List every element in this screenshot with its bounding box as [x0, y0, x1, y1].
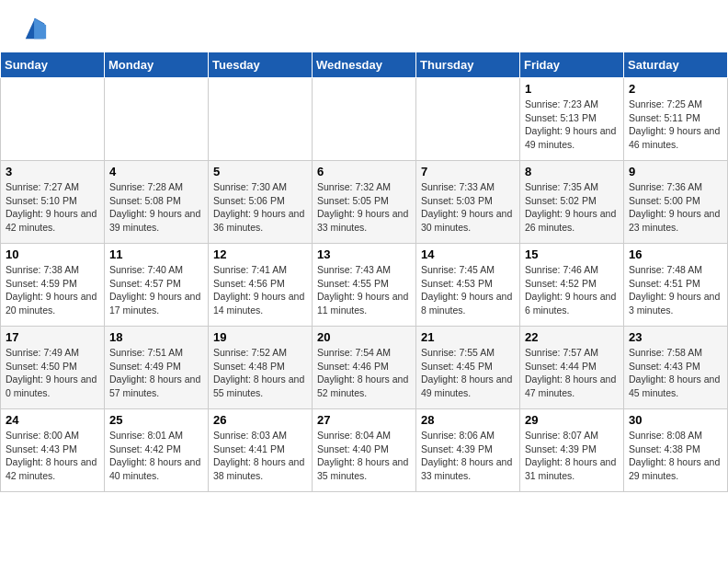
calendar-cell: 12Sunrise: 7:41 AM Sunset: 4:56 PM Dayli…: [209, 244, 313, 327]
calendar-cell: 19Sunrise: 7:52 AM Sunset: 4:48 PM Dayli…: [209, 327, 313, 409]
calendar-cell: 28Sunrise: 8:06 AM Sunset: 4:39 PM Dayli…: [416, 409, 520, 492]
day-info: Sunrise: 8:00 AM Sunset: 4:43 PM Dayligh…: [6, 430, 97, 481]
calendar-cell: [416, 78, 520, 161]
day-number: 20: [317, 330, 411, 344]
day-header-tuesday: Tuesday: [209, 52, 313, 78]
calendar-cell: 20Sunrise: 7:54 AM Sunset: 4:46 PM Dayli…: [313, 327, 416, 409]
day-number: 6: [317, 165, 411, 178]
day-info: Sunrise: 7:23 AM Sunset: 5:13 PM Dayligh…: [525, 98, 616, 150]
day-header-friday: Friday: [520, 52, 624, 78]
logo: [18, 17, 48, 42]
calendar-cell: 6Sunrise: 7:32 AM Sunset: 5:05 PM Daylig…: [313, 161, 416, 244]
calendar-cell: 16Sunrise: 7:48 AM Sunset: 4:51 PM Dayli…: [624, 244, 728, 327]
day-number: 30: [629, 413, 722, 427]
calendar-cell: 9Sunrise: 7:36 AM Sunset: 5:00 PM Daylig…: [624, 161, 728, 244]
day-info: Sunrise: 8:04 AM Sunset: 4:40 PM Dayligh…: [317, 430, 408, 481]
day-number: 15: [525, 247, 619, 261]
calendar-cell: [1, 78, 105, 161]
day-info: Sunrise: 7:54 AM Sunset: 4:46 PM Dayligh…: [317, 347, 408, 398]
day-info: Sunrise: 7:41 AM Sunset: 4:56 PM Dayligh…: [213, 264, 304, 316]
calendar-cell: [209, 78, 313, 161]
week-row-5: 24Sunrise: 8:00 AM Sunset: 4:43 PM Dayli…: [1, 409, 728, 492]
day-number: 21: [421, 330, 515, 344]
day-number: 12: [213, 247, 307, 261]
calendar-cell: 17Sunrise: 7:49 AM Sunset: 4:50 PM Dayli…: [1, 327, 105, 409]
day-info: Sunrise: 8:01 AM Sunset: 4:42 PM Dayligh…: [109, 430, 200, 481]
day-number: 22: [525, 330, 619, 344]
day-info: Sunrise: 7:30 AM Sunset: 5:06 PM Dayligh…: [213, 181, 304, 233]
day-number: 13: [317, 247, 411, 261]
day-number: 17: [6, 330, 99, 344]
calendar-cell: 3Sunrise: 7:27 AM Sunset: 5:10 PM Daylig…: [1, 161, 105, 244]
day-number: 24: [6, 413, 99, 427]
day-number: 7: [421, 165, 515, 178]
day-info: Sunrise: 8:06 AM Sunset: 4:39 PM Dayligh…: [421, 430, 512, 481]
day-number: 5: [213, 165, 307, 178]
header: [0, 0, 728, 52]
calendar-cell: 23Sunrise: 7:58 AM Sunset: 4:43 PM Dayli…: [624, 327, 728, 409]
day-header-saturday: Saturday: [624, 52, 728, 78]
day-info: Sunrise: 7:57 AM Sunset: 4:44 PM Dayligh…: [525, 347, 616, 398]
calendar-cell: 10Sunrise: 7:38 AM Sunset: 4:59 PM Dayli…: [1, 244, 105, 327]
day-number: 26: [213, 413, 307, 427]
week-row-1: 1Sunrise: 7:23 AM Sunset: 5:13 PM Daylig…: [1, 78, 728, 161]
day-header-wednesday: Wednesday: [313, 52, 416, 78]
calendar: SundayMondayTuesdayWednesdayThursdayFrid…: [0, 52, 728, 492]
calendar-cell: 11Sunrise: 7:40 AM Sunset: 4:57 PM Dayli…: [105, 244, 209, 327]
day-number: 19: [213, 330, 307, 344]
day-info: Sunrise: 7:27 AM Sunset: 5:10 PM Dayligh…: [6, 181, 97, 233]
day-info: Sunrise: 7:28 AM Sunset: 5:08 PM Dayligh…: [109, 181, 200, 233]
day-info: Sunrise: 7:40 AM Sunset: 4:57 PM Dayligh…: [109, 264, 200, 316]
day-info: Sunrise: 7:55 AM Sunset: 4:45 PM Dayligh…: [421, 347, 512, 398]
day-number: 11: [109, 247, 203, 261]
calendar-body: 1Sunrise: 7:23 AM Sunset: 5:13 PM Daylig…: [1, 78, 728, 492]
day-number: 29: [525, 413, 619, 427]
day-info: Sunrise: 7:33 AM Sunset: 5:03 PM Dayligh…: [421, 181, 512, 233]
calendar-cell: 18Sunrise: 7:51 AM Sunset: 4:49 PM Dayli…: [105, 327, 209, 409]
day-info: Sunrise: 7:52 AM Sunset: 4:48 PM Dayligh…: [213, 347, 304, 398]
day-number: 10: [6, 247, 99, 261]
day-info: Sunrise: 7:48 AM Sunset: 4:51 PM Dayligh…: [629, 264, 720, 316]
day-number: 2: [629, 82, 722, 96]
day-number: 25: [109, 413, 203, 427]
calendar-cell: 8Sunrise: 7:35 AM Sunset: 5:02 PM Daylig…: [520, 161, 624, 244]
calendar-cell: 25Sunrise: 8:01 AM Sunset: 4:42 PM Dayli…: [105, 409, 209, 492]
day-info: Sunrise: 7:46 AM Sunset: 4:52 PM Dayligh…: [525, 264, 616, 316]
day-info: Sunrise: 7:43 AM Sunset: 4:55 PM Dayligh…: [317, 264, 408, 316]
day-info: Sunrise: 8:07 AM Sunset: 4:39 PM Dayligh…: [525, 430, 616, 481]
day-info: Sunrise: 7:32 AM Sunset: 5:05 PM Dayligh…: [317, 181, 408, 233]
day-number: 23: [629, 330, 722, 344]
day-number: 8: [525, 165, 619, 178]
calendar-cell: 7Sunrise: 7:33 AM Sunset: 5:03 PM Daylig…: [416, 161, 520, 244]
calendar-cell: 14Sunrise: 7:45 AM Sunset: 4:53 PM Dayli…: [416, 244, 520, 327]
calendar-cell: 24Sunrise: 8:00 AM Sunset: 4:43 PM Dayli…: [1, 409, 105, 492]
calendar-cell: 29Sunrise: 8:07 AM Sunset: 4:39 PM Dayli…: [520, 409, 624, 492]
day-info: Sunrise: 7:38 AM Sunset: 4:59 PM Dayligh…: [6, 264, 97, 316]
week-row-4: 17Sunrise: 7:49 AM Sunset: 4:50 PM Dayli…: [1, 327, 728, 409]
day-header-monday: Monday: [105, 52, 209, 78]
day-info: Sunrise: 7:49 AM Sunset: 4:50 PM Dayligh…: [6, 347, 97, 398]
day-number: 9: [629, 165, 722, 178]
calendar-cell: 27Sunrise: 8:04 AM Sunset: 4:40 PM Dayli…: [313, 409, 416, 492]
calendar-cell: 22Sunrise: 7:57 AM Sunset: 4:44 PM Dayli…: [520, 327, 624, 409]
calendar-cell: 26Sunrise: 8:03 AM Sunset: 4:41 PM Dayli…: [209, 409, 313, 492]
day-header-thursday: Thursday: [416, 52, 520, 78]
day-number: 28: [421, 413, 515, 427]
day-info: Sunrise: 7:58 AM Sunset: 4:43 PM Dayligh…: [629, 347, 720, 398]
calendar-cell: 15Sunrise: 7:46 AM Sunset: 4:52 PM Dayli…: [520, 244, 624, 327]
calendar-cell: 30Sunrise: 8:08 AM Sunset: 4:38 PM Dayli…: [624, 409, 728, 492]
calendar-cell: 2Sunrise: 7:25 AM Sunset: 5:11 PM Daylig…: [624, 78, 728, 161]
day-info: Sunrise: 8:03 AM Sunset: 4:41 PM Dayligh…: [213, 430, 304, 481]
calendar-header: SundayMondayTuesdayWednesdayThursdayFrid…: [1, 52, 728, 78]
calendar-cell: 13Sunrise: 7:43 AM Sunset: 4:55 PM Dayli…: [313, 244, 416, 327]
day-number: 16: [629, 247, 722, 261]
day-number: 14: [421, 247, 515, 261]
week-row-3: 10Sunrise: 7:38 AM Sunset: 4:59 PM Dayli…: [1, 244, 728, 327]
day-info: Sunrise: 7:25 AM Sunset: 5:11 PM Dayligh…: [629, 98, 720, 150]
day-info: Sunrise: 7:35 AM Sunset: 5:02 PM Dayligh…: [525, 181, 616, 233]
calendar-cell: 21Sunrise: 7:55 AM Sunset: 4:45 PM Dayli…: [416, 327, 520, 409]
day-number: 18: [109, 330, 203, 344]
calendar-cell: [105, 78, 209, 161]
calendar-cell: 5Sunrise: 7:30 AM Sunset: 5:06 PM Daylig…: [209, 161, 313, 244]
calendar-cell: 1Sunrise: 7:23 AM Sunset: 5:13 PM Daylig…: [520, 78, 624, 161]
